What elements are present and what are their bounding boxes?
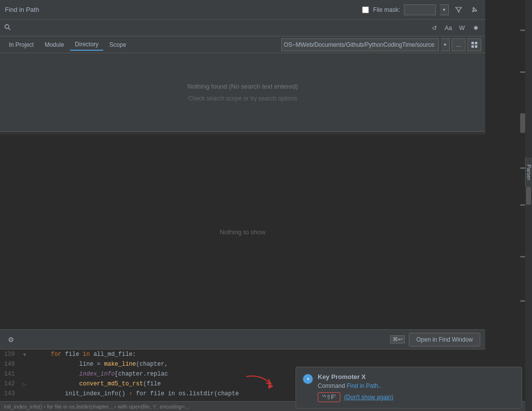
results-bottom-area: Nothing to show — [0, 135, 485, 329]
promoter-shortcut-row: '^⇧F' (Don't show again) — [318, 392, 515, 402]
tab-module[interactable]: Module — [40, 39, 69, 50]
file-mask-checkbox[interactable] — [362, 6, 369, 13]
key-promoter-popup: Key Promoter X Command Find in Path.. '^… — [296, 367, 522, 409]
panel-title: Find in Path — [5, 6, 362, 13]
search-options: ↺ Aa W ✱ — [429, 23, 481, 33]
tab-in-project[interactable]: In Project — [4, 39, 39, 50]
promoter-content: Key Promoter X Command Find in Path.. '^… — [318, 373, 515, 402]
scroll-markers — [520, 0, 525, 345]
find-in-path-panel: Find in Path File mask: ▾ — [0, 0, 485, 349]
promoter-shortcut-kbd: '^⇧F' — [318, 392, 340, 402]
directory-path-input[interactable] — [281, 38, 439, 51]
search-input[interactable] — [14, 24, 429, 32]
directory-dropdown[interactable]: ▾ — [441, 38, 450, 51]
search-icon — [4, 24, 11, 32]
promoter-title: Key Promoter X — [318, 373, 515, 380]
header-right: File mask: ▾ — [362, 4, 480, 16]
pin-icon[interactable] — [468, 4, 480, 16]
line-number: 141 — [0, 371, 20, 378]
collapse-icon[interactable]: ▼ — [22, 352, 27, 357]
tab-directory[interactable]: Directory — [70, 39, 103, 51]
file-mask-input[interactable] — [404, 4, 436, 15]
scroll-thumb[interactable] — [526, 185, 531, 205]
settings-gear-icon[interactable]: ⚙ — [5, 334, 17, 346]
scroll-mark-6 — [520, 300, 525, 302]
status-path-text: init_index_info() › for file in os.listd… — [4, 404, 189, 410]
promoter-icon — [303, 374, 313, 384]
scroll-mark-2 — [520, 71, 525, 73]
gutter-139: ▼ — [20, 352, 30, 357]
keyboard-shortcut: ⌘↩ — [390, 335, 405, 344]
scroll-thumb-active[interactable] — [520, 113, 525, 133]
refresh-icon[interactable]: ↺ — [429, 23, 440, 33]
results-top-area: Nothing found (No search text entered) C… — [0, 53, 485, 132]
gutter-142: ▷ — [20, 381, 30, 387]
file-mask-label: File mask: — [373, 6, 400, 13]
line-number: 140 — [0, 361, 20, 368]
promoter-command-name: Find in Path.. — [347, 382, 382, 389]
dont-show-again[interactable]: (Don't show again) — [344, 394, 394, 401]
svg-rect-2 — [471, 42, 474, 44]
line-number: 143 — [0, 390, 20, 397]
filter-icon[interactable] — [453, 4, 465, 16]
no-results-sub: Check search scope or try search options — [188, 95, 297, 102]
directory-path-row: ▾ ... — [281, 38, 481, 51]
directory-grid-btn[interactable] — [467, 38, 481, 51]
svg-point-0 — [5, 25, 9, 29]
parser-tab[interactable]: Parser — [525, 158, 532, 187]
options-btn[interactable]: ✱ — [470, 23, 481, 33]
scope-tabs: In Project Module Directory Scope ▾ ... — [0, 36, 485, 53]
promoter-command-label: Command — [318, 382, 345, 389]
shortcut-key: ⌘↩ — [390, 335, 405, 344]
case-sensitive-btn[interactable]: Aa — [443, 23, 454, 33]
open-in-find-window-button[interactable]: Open in Find Window — [409, 333, 480, 347]
scroll-mark-3 — [520, 167, 525, 169]
right-scrollbar[interactable] — [525, 0, 532, 411]
nothing-to-show: Nothing to show — [220, 228, 266, 236]
footer-bar: ⚙ ⌘↩ Open in Find Window — [0, 329, 485, 349]
scroll-mark-4 — [520, 204, 525, 206]
whole-word-btn[interactable]: W — [457, 23, 467, 33]
no-results-text: Nothing found (No search text entered) — [187, 83, 298, 90]
file-mask-dropdown[interactable]: ▾ — [440, 4, 449, 15]
header-bar: Find in Path File mask: ▾ — [0, 0, 485, 20]
svg-rect-3 — [475, 42, 477, 44]
line-number: 139 — [0, 351, 20, 358]
scroll-mark-5 — [520, 256, 525, 257]
directory-browse-btn[interactable]: ... — [452, 38, 466, 51]
line-number: 142 — [0, 380, 20, 387]
collapse-icon-142[interactable]: ▷ — [23, 381, 27, 387]
search-bar: ↺ Aa W ✱ — [0, 20, 485, 36]
svg-rect-4 — [471, 45, 474, 48]
svg-line-1 — [8, 28, 10, 30]
svg-rect-5 — [475, 45, 477, 48]
promoter-body: Command Find in Path.. — [318, 382, 515, 389]
scroll-mark-1 — [520, 30, 525, 31]
tab-scope[interactable]: Scope — [104, 39, 131, 50]
